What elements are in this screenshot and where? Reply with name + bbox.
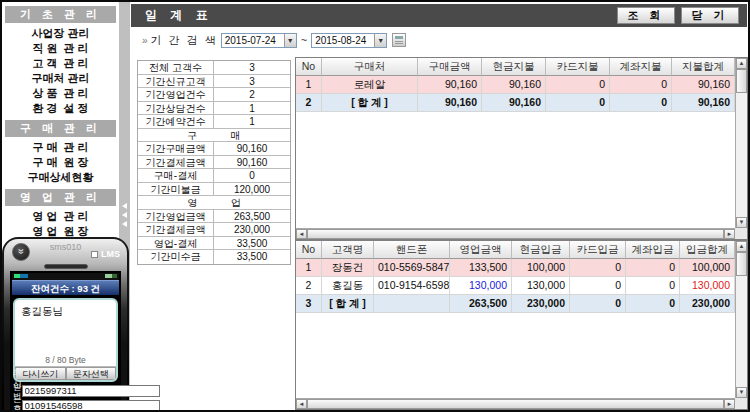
table-cell: 0 [546,94,610,112]
date-from-value: 2015-07-24 [222,34,284,47]
horizontal-scrollbar[interactable]: ◄ ► [296,398,735,409]
column-header: 지불합계 [672,58,735,76]
rewrite-button[interactable]: 다시쓰기 [15,367,66,380]
table-cell: 2 [296,277,322,295]
search-button[interactable]: 조 회 [617,7,675,24]
summary-value: 3 [214,61,290,74]
table-row[interactable]: 3[ 합 계 ]263,500230,00000230,000 [296,295,735,313]
scroll-right-icon[interactable]: ► [724,229,735,239]
daily-summary-table: 전체 고객수3기간신규고객3기간영업건수2기간상담건수1기간예약건수1구 매기간… [137,60,291,265]
sidebar-item[interactable]: 구매상세현황 [2,170,119,185]
table-cell: 장동건 [322,259,374,277]
summary-label: 기간미불금 [138,183,214,196]
checkbox-icon [91,251,98,258]
phone-speaker [44,264,88,269]
table-cell: 230,000 [680,295,735,313]
scrollbar-thumb[interactable] [736,69,747,93]
summary-row: 기간구매금액90,160 [138,142,290,156]
column-header: 구매금액 [418,58,482,76]
sidebar-item[interactable]: 사업장 관리 [2,26,119,41]
sidebar-item[interactable]: 환 경 설 정 [2,101,119,116]
sidebar-item[interactable]: 구매처 관리 [2,71,119,86]
message-box[interactable]: 홍길동님 8 / 80 Byte 다시쓰기 문자선택 [13,298,118,382]
filter-label: 기 간 검 색 [151,33,218,48]
table-cell: [ 합 계 ] [322,295,374,313]
horizontal-scrollbar[interactable]: ◄ ► [296,228,735,239]
scroll-up-icon[interactable]: ▲ [736,241,747,252]
vertical-scrollbar[interactable]: ▲ ▼ [735,58,747,228]
collapse-arrows-icon [122,200,127,230]
table-cell: 1 [296,76,322,94]
table-cell: 0 [570,295,626,313]
sidebar-item[interactable]: 상 품 관 리 [2,86,119,101]
summary-label: 구매-결제 [138,169,214,182]
scroll-down-icon[interactable]: ▼ [736,217,747,228]
column-header: 카드지불 [546,58,610,76]
table-cell: 230,000 [512,295,570,313]
sales-table-panel: No고객명핸드폰영업금액현금입금카드입금계좌입금입금합계1장동건010-5569… [295,240,748,410]
purchase-table: No구매처구매금액현금지불카드지불계좌지불지불합계1로레알90,16090,16… [296,58,735,228]
lms-checkbox[interactable]: LMS [91,249,120,259]
table-cell: 100,000 [680,259,735,277]
sidebar-item[interactable]: 영 업 관 리 [2,209,119,224]
table-row[interactable]: 1로레알90,16090,1600090,160 [296,76,735,94]
date-from-select[interactable]: 2015-07-24 ▼ [221,33,297,48]
calendar-icon[interactable] [392,33,406,47]
sidebar-item[interactable]: 직 원 관 리 [2,41,119,56]
scroll-down-icon[interactable]: ▼ [736,387,747,398]
table-cell [374,295,450,313]
table-header-row: No고객명핸드폰영업금액현금입금카드입금계좌입금입금합계 [296,241,735,259]
date-to-select[interactable]: 2015-08-24 ▼ [311,33,387,48]
summary-row: 기간영업금액263,500 [138,210,290,224]
summary-label: 기간예약건수 [138,115,214,128]
summary-row: 기간상담건수1 [138,102,290,116]
receiver-label: 받는사람 [13,382,22,412]
table-row[interactable]: 2[ 합 계 ]90,16090,1600090,160 [296,94,735,112]
summary-row: 기간예약건수1 [138,115,290,129]
sidebar-item[interactable]: 구 매 관 리 [2,140,119,155]
summary-row: 기간신규고객3 [138,75,290,89]
close-button[interactable]: 닫 기 [681,7,739,24]
receiver-input[interactable] [22,400,160,412]
summary-label: 기간영업건수 [138,88,214,101]
summary-label: 기간결제금액 [138,223,214,236]
column-header: 핸드폰 [374,241,450,259]
scrollbar-corner [735,398,747,409]
scrollbar-thumb[interactable] [307,399,724,409]
scroll-right-icon[interactable]: ► [724,399,735,409]
phone-status-bar [12,273,119,280]
summary-value: 230,000 [214,223,290,236]
table-cell: 90,160 [482,94,546,112]
summary-value: 3 [214,75,290,88]
table-row[interactable]: 2홍길동010-9154-6598130,000130,00000130,000 [296,277,735,295]
vertical-scrollbar[interactable]: ▲ ▼ [735,241,747,398]
summary-value: 90,160 [214,142,290,155]
scrollbar-corner [735,228,747,239]
column-header: 계좌입금 [626,241,680,259]
summary-row: 기간미수금33,500 [138,250,290,264]
sidebar-item[interactable]: 고 객 관 리 [2,56,119,71]
main-content: 일 계 표 조 회 닫 기 » 기 간 검 색 2015-07-24 ▼ ~ 2… [130,2,748,410]
column-header: 입금합계 [680,241,735,259]
summary-label: 기간영업금액 [138,210,214,223]
table-row[interactable]: 1장동건010-5569-5847133,500100,00000100,000 [296,259,735,277]
date-to-value: 2015-08-24 [312,34,374,47]
table-cell: 0 [570,277,626,295]
sender-input[interactable] [22,385,160,397]
scroll-left-icon[interactable]: ◄ [296,229,307,239]
table-cell: 3 [296,295,322,313]
scrollbar-thumb[interactable] [736,252,747,276]
scroll-up-icon[interactable]: ▲ [736,58,747,69]
table-cell: 0 [626,295,680,313]
table-cell: 0 [610,94,672,112]
select-message-button[interactable]: 문자선택 [66,367,117,380]
scroll-left-icon[interactable]: ◄ [296,399,307,409]
table-cell: 0 [570,259,626,277]
message-text[interactable]: 홍길동님 [15,300,116,355]
battery-icon [105,274,117,278]
scrollbar-thumb[interactable] [307,229,724,239]
summary-section-header: 구 매 [138,129,290,143]
summary-value: 33,500 [214,237,290,250]
column-header: 카드입금 [570,241,626,259]
sidebar-item[interactable]: 구 매 원 장 [2,155,119,170]
